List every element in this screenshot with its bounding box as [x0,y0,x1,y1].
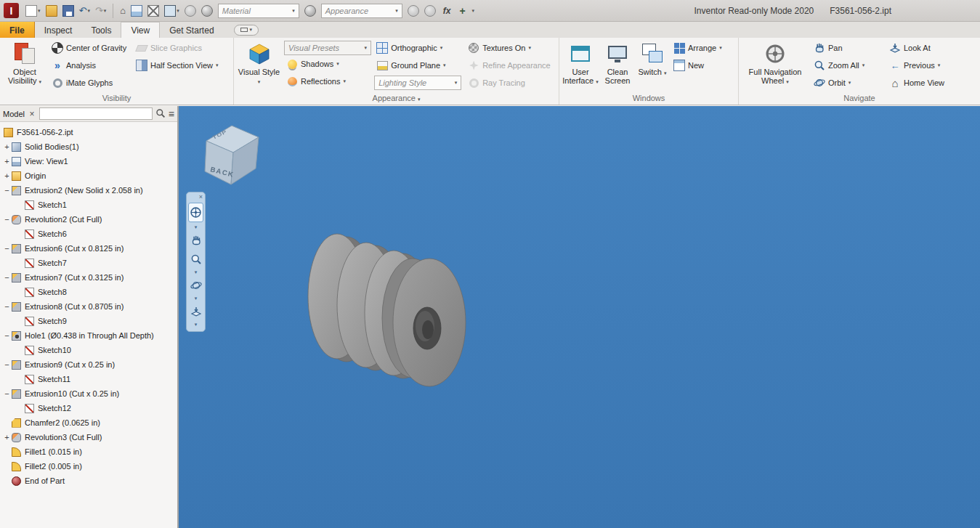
tree-item[interactable]: −Revolution2 (Cut Full) [0,212,177,227]
material-button[interactable] [200,3,214,19]
look-at-button[interactable] [188,303,203,320]
ribbon-collapse-button[interactable]: ▾ [234,25,259,36]
zoom-all-button[interactable]: Zoom All ▾ [811,57,884,74]
collapse-icon[interactable]: − [3,360,11,369]
chevron-down-icon[interactable]: ▾ [195,224,198,230]
collapse-icon[interactable]: − [3,302,11,311]
collapse-icon[interactable]: − [3,244,11,253]
tree-item[interactable]: Fillet1 (0.015 in) [0,444,177,459]
material-combo[interactable]: Material▾ [218,4,299,18]
chevron-down-icon[interactable]: ▾ [195,296,198,301]
tree-item[interactable]: +Revolution3 (Cut Full) [0,430,177,444]
tree-item[interactable]: Sketch9 [0,314,177,328]
chevron-down-icon[interactable]: ▾ [195,269,198,275]
zoom-button[interactable] [188,251,203,267]
tab-get-started[interactable]: Get Started [160,22,223,38]
previous-view-button[interactable]: ← Previous ▾ [887,57,965,74]
shadows-button[interactable]: Shadows ▾ [284,55,371,73]
analysis-button[interactable]: » Analysis [49,57,131,74]
tree-item[interactable]: Sketch11 [0,372,177,386]
tab-view[interactable]: View [121,22,160,38]
tree-item[interactable]: Sketch10 [0,343,177,357]
redo-button[interactable]: ↷▾ [94,3,108,19]
adjust-button[interactable] [406,3,421,19]
orbit-button-ribbon[interactable]: Orbit ▾ [811,74,884,92]
arrange-button[interactable]: Arrange ▾ [671,39,734,57]
tab-tools[interactable]: Tools [81,22,121,38]
new-window-button[interactable]: New [671,57,734,74]
tree-item[interactable]: +View: View1 [0,154,177,168]
look-at-button-ribbon[interactable]: Look At [887,39,965,57]
pulley-model[interactable] [308,234,466,386]
group-label-appearance[interactable]: Appearance ▾ [234,94,559,105]
open-button[interactable] [44,3,59,19]
measure-button[interactable]: + [456,3,468,19]
collapse-icon[interactable]: − [3,273,11,282]
tree-item[interactable]: F3561-056-2.ipt [0,125,177,139]
reflections-button[interactable]: Reflections ▾ [284,73,371,90]
expand-icon[interactable]: + [3,433,11,442]
orbit-button[interactable] [188,277,203,293]
close-icon[interactable]: × [199,194,203,200]
home-view-button[interactable]: ⌂ Home View [887,74,965,92]
pan-button-ribbon[interactable]: Pan [811,39,884,57]
tree-item[interactable]: −Extrusion2 (New Solid x 2.058 in) [0,183,177,198]
user-interface-button[interactable]: User Interface ▾ [562,39,599,94]
orthographic-button[interactable]: Orthographic ▾ [374,39,463,57]
tree-item[interactable]: Sketch6 [0,227,177,241]
imate-glyphs-button[interactable]: iMate Glyphs [49,74,131,92]
part-geometry[interactable] [288,222,506,411]
half-section-view-button[interactable]: Half Section View ▾ [134,57,230,74]
clean-screen-button[interactable]: Clean Screen [602,39,633,94]
collapse-icon[interactable]: − [3,389,11,398]
report-button[interactable] [129,3,144,19]
center-of-gravity-button[interactable]: Center of Gravity [49,39,131,57]
expand-icon[interactable]: + [3,142,11,151]
appearance-button[interactable] [303,3,317,19]
tree-item[interactable]: −Extrusion6 (Cut x 0.8125 in) [0,241,177,256]
expand-icon[interactable]: + [3,157,11,166]
new-file-button[interactable]: ▾ [24,3,42,19]
browser-panel-title[interactable]: Model [3,110,25,118]
close-icon[interactable]: × [28,109,36,119]
full-navigation-wheel-button[interactable]: Full Navigation Wheel ▾ [742,39,809,94]
save-button[interactable] [61,3,76,19]
tab-file[interactable]: File [0,22,35,38]
expand-icon[interactable]: + [3,171,11,180]
tree-item[interactable]: +Origin [0,168,177,183]
lighting-style-combo[interactable]: Lighting Style ▾ [374,76,461,90]
parameters-button[interactable]: fx [440,3,455,19]
textures-on-button[interactable]: Textures On ▾ [466,39,556,57]
tree-item[interactable]: Sketch7 [0,256,177,270]
customize-qat-button[interactable]: ▾ [471,3,477,19]
tree-item[interactable]: Chamfer2 (0.0625 in) [0,415,177,430]
workgroup-button[interactable] [183,3,198,19]
tree-item[interactable]: +Solid Bodies(1) [0,139,177,154]
collapse-icon[interactable]: − [3,215,11,224]
switch-button[interactable]: Switch ▾ [636,39,668,94]
appearance-combo[interactable]: Appearance▾ [321,4,402,18]
tree-item[interactable]: −Extrusion10 (Cut x 0.25 in) [0,386,177,401]
undo-button[interactable]: ↶▾ [78,3,92,19]
collapse-icon[interactable]: − [3,331,11,340]
view-cube[interactable]: BACK TOP [198,118,267,190]
tab-inspect[interactable]: Inspect [35,22,82,38]
tree-item[interactable]: End of Part [0,474,177,488]
tree-item[interactable]: −Hole1 (Ø0.438 in Through All Depth) [0,328,177,343]
navigation-wheel-button[interactable] [188,203,203,222]
object-visibility-button[interactable]: Object Visibility ▾ [3,39,46,94]
visual-style-button[interactable]: Visual Style ▾ [237,39,281,94]
chevron-down-icon[interactable]: ▾ [195,322,198,327]
pan-button[interactable] [188,232,203,248]
email-button[interactable] [146,3,161,19]
tree-item[interactable]: Sketch1 [0,198,177,212]
ground-plane-button[interactable]: Ground Plane ▾ [374,57,463,74]
collapse-icon[interactable]: − [3,186,11,195]
tree-item[interactable]: −Extrusion8 (Cut x 0.8705 in) [0,299,177,314]
tree-item[interactable]: −Extrusion9 (Cut x 0.25 in) [0,357,177,372]
browser-search-input[interactable] [39,107,153,120]
tree-item[interactable]: Sketch12 [0,401,177,415]
tree-item[interactable]: Fillet2 (0.005 in) [0,459,177,474]
viewport-3d[interactable]: BACK TOP × ▾ [179,106,980,528]
tree-item[interactable]: −Extrusion7 (Cut x 0.3125 in) [0,270,177,285]
